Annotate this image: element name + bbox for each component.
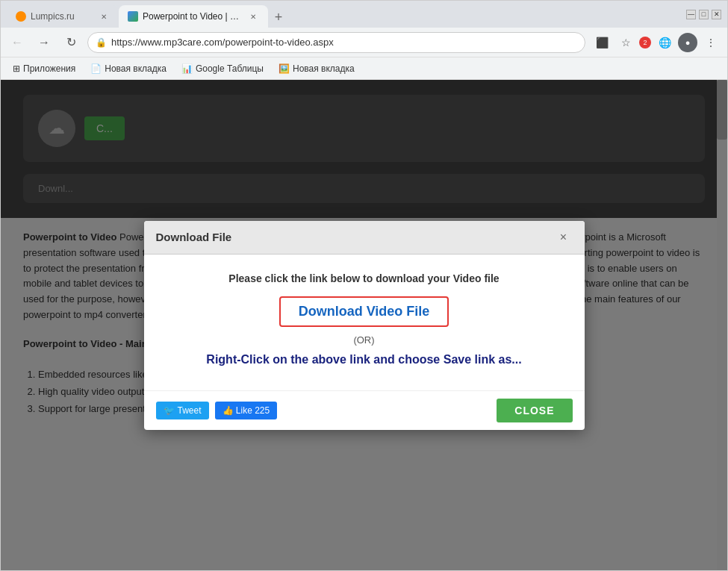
bookmark-new-tab-1-label: Новая вкладка	[105, 63, 167, 74]
apps-grid-icon: ⊞	[13, 63, 20, 74]
modal-title: Download File	[156, 231, 232, 243]
page-icon-1: 📄	[90, 63, 102, 74]
modal-close-x-button[interactable]: ×	[555, 228, 573, 246]
tab-favicon-lumpics	[16, 11, 26, 22]
bookmark-new-tab-1[interactable]: 📄 Новая вкладка	[84, 62, 172, 75]
tab-close-lumpics[interactable]: ✕	[98, 10, 110, 22]
extensions-icon[interactable]: 🌐	[654, 32, 675, 53]
tab-label-mp3care: Powerpoint to Video | Ppt to Vid...	[143, 11, 243, 22]
reload-button[interactable]: ↻	[60, 32, 81, 53]
close-window-button[interactable]: ✕	[712, 10, 721, 19]
profile-avatar[interactable]: ●	[678, 33, 697, 52]
bookmark-new-tab-2-label: Новая вкладка	[293, 63, 355, 74]
cast-icon[interactable]: ⬛	[591, 32, 612, 53]
menu-icon[interactable]: ⋮	[700, 32, 721, 53]
like-button[interactable]: 👍 Like 225	[215, 402, 278, 419]
or-divider: (OR)	[167, 334, 562, 346]
modal-overlay[interactable]: Download File × Please click the link be…	[1, 80, 727, 570]
lock-icon: 🔒	[96, 37, 107, 48]
back-button[interactable]: ←	[7, 32, 28, 53]
bookmark-apps[interactable]: ⊞ Приложения	[7, 62, 81, 75]
tab-favicon-mp3care	[128, 11, 138, 22]
new-tab-button[interactable]: +	[268, 7, 289, 28]
modal-dialog: Download File × Please click the link be…	[144, 221, 585, 430]
bookmark-apps-label: Приложения	[23, 63, 75, 74]
window-controls: — □ ✕	[686, 10, 721, 19]
modal-footer: 🐦 Tweet 👍 Like 225 CLOSE	[144, 390, 585, 430]
modal-instruction: Please click the link below to download …	[167, 272, 562, 284]
notification-badge: 2	[639, 37, 651, 49]
tweet-label: Tweet	[178, 405, 202, 416]
tab-mp3care[interactable]: Powerpoint to Video | Ppt to Vid... ✕	[119, 5, 268, 28]
close-modal-button[interactable]: CLOSE	[497, 399, 572, 422]
bookmark-google-sheets[interactable]: 📊 Google Таблицы	[175, 62, 270, 75]
maximize-button[interactable]: □	[699, 10, 709, 19]
url-bar[interactable]: 🔒 https://www.mp3care.com/powerpoint-to-…	[87, 32, 585, 53]
tab-lumpics[interactable]: Lumpics.ru ✕	[7, 5, 119, 28]
url-text: https://www.mp3care.com/powerpoint-to-vi…	[111, 37, 577, 48]
like-label: 👍 Like 225	[223, 405, 270, 416]
twitter-icon: 🐦	[164, 405, 175, 416]
address-bar: ← → ↻ 🔒 https://www.mp3care.com/powerpoi…	[1, 28, 727, 57]
sheets-icon: 📊	[181, 63, 193, 74]
bookmark-new-tab-2[interactable]: 🖼️ Новая вкладка	[273, 62, 361, 75]
page-content: ☁ C... Downl... Powerpoint to Video Powe…	[1, 80, 727, 570]
bookmarks-bar: ⊞ Приложения 📄 Новая вкладка 📊 Google Та…	[1, 57, 727, 80]
tweet-button[interactable]: 🐦 Tweet	[156, 402, 209, 419]
tab-strip: Lumpics.ru ✕ Powerpoint to Video | Ppt t…	[7, 1, 686, 28]
bookmark-sheets-label: Google Таблицы	[196, 63, 264, 74]
title-bar: Lumpics.ru ✕ Powerpoint to Video | Ppt t…	[1, 1, 727, 28]
tab-label-lumpics: Lumpics.ru	[31, 11, 93, 22]
modal-header: Download File ×	[144, 221, 585, 255]
social-buttons: 🐦 Tweet 👍 Like 225	[156, 402, 278, 419]
bookmark-star-icon[interactable]: ☆	[615, 32, 636, 53]
right-click-instruction: Right-Click on the above link and choose…	[167, 353, 562, 366]
toolbar-right: ⬛ ☆ 2 🌐 ● ⋮	[591, 32, 721, 53]
download-video-file-link[interactable]: Download Video File	[279, 296, 449, 327]
modal-body: Please click the link below to download …	[144, 255, 585, 390]
tab-close-mp3care[interactable]: ✕	[247, 10, 259, 22]
forward-button[interactable]: →	[34, 32, 55, 53]
image-icon: 🖼️	[279, 63, 290, 74]
browser-window: Lumpics.ru ✕ Powerpoint to Video | Ppt t…	[0, 0, 728, 571]
minimize-button[interactable]: —	[686, 10, 696, 19]
